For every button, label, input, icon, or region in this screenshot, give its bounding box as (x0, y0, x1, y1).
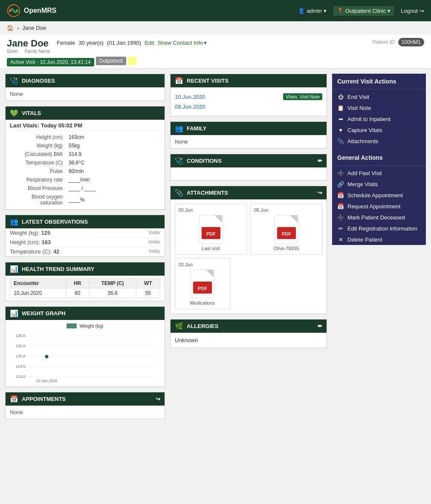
patient-gender: Female (57, 40, 75, 46)
visit-note-action[interactable]: 📋 Visit Note (332, 102, 426, 113)
svg-point-13 (45, 355, 49, 358)
observation-row: Height (cm): 163today (6, 238, 165, 247)
location-selector[interactable]: 📍 Outpatient Clinic ▾ (333, 6, 394, 16)
vitals-header: 💚 VITALS (6, 107, 165, 120)
edit-link[interactable]: Edit (145, 40, 154, 46)
mark-deceased-label: Mark Patient Deceased (347, 214, 405, 221)
trend-row: 10.Jun.20206036.655 (10, 288, 160, 298)
show-contact-button[interactable]: Show Contact Info ▾ (158, 40, 207, 46)
home-icon[interactable]: 🏠 (7, 25, 14, 31)
vitals-value: 55kg (67, 142, 159, 150)
vitals-row: Blood Pressure____ / ____ (11, 184, 159, 192)
right-column: Current Visit Actions ⏻ End Visit 📋 Visi… (332, 74, 426, 419)
conditions-body (171, 167, 327, 180)
capture-vitals-icon: ♥ (337, 127, 344, 133)
attachment-date-2: 05.Jun (254, 207, 268, 213)
trend-header: TEMP (C) (89, 279, 136, 288)
vitals-value: ____/min (67, 176, 159, 184)
vitals-label: Blood Pressure (11, 184, 66, 192)
weight-graph-icon: 📊 (10, 309, 18, 317)
delete-patient-action[interactable]: ✕ Delete Patient (332, 234, 426, 245)
vitals-label: Temperature (C) (11, 159, 66, 167)
request-appointment-label: Request Appointment (347, 203, 400, 210)
attachment-item-2[interactable]: 05.Jun PDF Olive-78335 (250, 204, 322, 255)
diagnoses-icon: 🩺 (10, 77, 18, 85)
show-contact-icon: ▾ (204, 40, 207, 46)
vitals-value: ____% (67, 193, 159, 207)
active-visit-badge[interactable]: Active Visit - 10.Jun.2020, 13:41:14 (7, 58, 94, 66)
recent-visits-header: 📅 RECENT VISITS (171, 74, 327, 87)
visit-item-1[interactable]: 10.Jun.2020 Vitals, Visit Note (175, 92, 322, 102)
obs-label: Temperature (C): 42 (10, 248, 59, 255)
visit-item-2[interactable]: 09.Jun.2020 (175, 102, 322, 112)
trend-header: Encounter (10, 279, 66, 288)
attachment-label-2: Olive-78335 (274, 246, 299, 251)
logout-button[interactable]: Logout ↪ (401, 8, 424, 14)
allergies-header: 🌿 ALLERGIES ✏ (171, 320, 327, 333)
right-panel: Current Visit Actions ⏻ End Visit 📋 Visi… (332, 74, 426, 245)
appointments-value: None (6, 406, 165, 419)
conditions-edit-icon[interactable]: ✏ (318, 158, 322, 164)
vitals-row: Height (cm)163cm (11, 133, 159, 141)
patient-id-badge: 100HM1 (398, 38, 424, 46)
vitals-row: Pulse60/min (11, 167, 159, 175)
attachment-label-1: Last visit (202, 246, 220, 251)
svg-text:PDF: PDF (198, 286, 207, 291)
attachment-date-3: 02.Jun (179, 262, 193, 267)
location-name: Outpatient Clinic (345, 8, 386, 14)
vitals-value: ____ / ____ (67, 184, 159, 192)
allergies-edit-icon[interactable]: ✏ (318, 323, 322, 329)
user-menu[interactable]: 👤 admin ▾ (298, 8, 326, 14)
current-visit-actions-title: Current Visit Actions (332, 74, 426, 87)
pdf-icon-3: PDF (190, 269, 215, 299)
attachments-action-label: Attachments (347, 138, 378, 144)
chart-container: 126.0 125.5 125.0 124.5 124.0 (10, 332, 160, 383)
admit-inpatient-action[interactable]: ➡ Admit to Inpatient (332, 113, 426, 124)
svg-text:125.0: 125.0 (16, 354, 26, 358)
request-appointment-action[interactable]: 📅 Request Appointment (332, 201, 426, 212)
capture-vitals-label: Capture Vitals (347, 127, 382, 133)
obs-time: today (149, 248, 160, 255)
attachments-header: 📎 ATTACHMENTS ↪ (171, 186, 327, 199)
visit-date-2[interactable]: 09.Jun.2020 (175, 104, 205, 110)
appointments-share-icon[interactable]: ↪ (156, 396, 160, 402)
allergies-card: 🌿 ALLERGIES ✏ Unknown (170, 319, 327, 348)
attachment-item-1[interactable]: 05.Jun PDF Last visit (175, 204, 247, 255)
visit-date-1[interactable]: 10.Jun.2020 (175, 94, 205, 100)
vitals-table: Height (cm)163cmWeight (kg)55kg(Calculat… (6, 131, 165, 209)
weight-graph-card: 📊 WEIGHT GRAPH Weight (kg) 126.0 125.5 1… (5, 306, 165, 387)
edit-registration-action[interactable]: ✏ Edit Registration Information (332, 223, 426, 234)
attachments-action-icon: 📎 (337, 138, 344, 144)
end-visit-action[interactable]: ⏻ End Visit (332, 91, 426, 102)
weight-graph-title: WEIGHT GRAPH (22, 310, 66, 317)
conditions-icon: 🩺 (175, 157, 183, 165)
appointments-card: 📅 APPOINTMENTS ↪ None (5, 392, 165, 419)
family-icon: 👥 (175, 124, 183, 132)
health-trend-table: EncounterHRTEMP (C)WT 10.Jun.20206036.65… (10, 278, 160, 298)
attachment-item-3[interactable]: 02.Jun PDF Medications (175, 258, 230, 309)
recent-visits-icon: 📅 (175, 77, 183, 85)
sticky-note-icon[interactable] (128, 57, 136, 65)
add-past-visit-action[interactable]: ➕ Add Past Visit (332, 167, 426, 179)
app-logo[interactable]: OpenMRS (7, 4, 298, 17)
appointments-header: 📅 APPOINTMENTS ↪ (6, 392, 165, 406)
logout-icon: ↪ (419, 8, 424, 14)
attachments-share-icon[interactable]: ↪ (318, 190, 322, 196)
center-column: 📅 RECENT VISITS 10.Jun.2020 Vitals, Visi… (170, 74, 327, 419)
schedule-appointment-action[interactable]: 📅 Schedule Appointment (332, 190, 426, 201)
capture-vitals-action[interactable]: ♥ Capture Vitals (332, 124, 426, 135)
diagnoses-title: DIAGNOSES (22, 78, 55, 84)
conditions-title: CONDITIONS (187, 158, 222, 164)
end-visit-label: End Visit (347, 94, 369, 100)
health-trend-icon: 📊 (10, 265, 18, 273)
observations-icon: 👥 (10, 218, 18, 226)
merge-visits-icon: 🔗 (337, 181, 344, 187)
location-icon: 📍 (337, 8, 344, 14)
merge-visits-action[interactable]: 🔗 Merge Visits (332, 179, 426, 190)
mark-deceased-action[interactable]: ➕ Mark Patient Deceased (332, 212, 426, 223)
health-trend-header: 📊 HEALTH TREND SUMMARY (6, 262, 165, 276)
vitals-label: Blood oxygen saturation (11, 193, 66, 207)
patient-id-label: Patient ID (372, 39, 395, 45)
svg-text:126.0: 126.0 (16, 334, 26, 338)
attachments-action[interactable]: 📎 Attachments (332, 135, 426, 147)
